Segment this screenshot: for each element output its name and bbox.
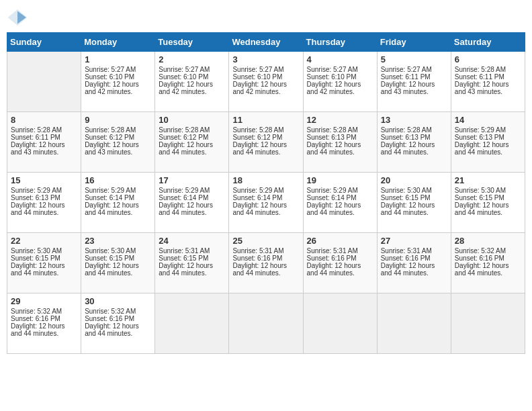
sunset-text: Sunset: 6:16 PM — [307, 255, 357, 262]
day-number: 6 — [455, 54, 521, 64]
week-row-1: 1Sunrise: 5:27 AMSunset: 6:10 PMDaylight… — [7, 52, 525, 112]
sunrise-text: Sunrise: 5:29 AM — [85, 187, 136, 194]
calendar-cell: 15Sunrise: 5:29 AMSunset: 6:13 PMDayligh… — [7, 173, 81, 233]
calendar-cell — [229, 293, 303, 354]
sunset-text: Sunset: 6:15 PM — [455, 194, 504, 201]
sunset-text: Sunset: 6:15 PM — [11, 255, 60, 262]
logo — [7, 7, 31, 28]
logo-icon — [7, 7, 28, 28]
daylight-text: Daylight: 12 hours and 44 minutes. — [381, 201, 435, 216]
daylight-text: Daylight: 12 hours and 43 minutes. — [381, 81, 435, 95]
calendar-cell: 10Sunrise: 5:28 AMSunset: 6:12 PMDayligh… — [155, 112, 229, 173]
week-row-5: 29Sunrise: 5:32 AMSunset: 6:16 PMDayligh… — [7, 293, 525, 354]
sunset-text: Sunset: 6:12 PM — [85, 134, 134, 141]
calendar-cell — [155, 293, 229, 354]
day-number: 10 — [159, 115, 225, 125]
daylight-text: Daylight: 12 hours and 44 minutes. — [381, 262, 435, 277]
calendar-cell: 21Sunrise: 5:30 AMSunset: 6:15 PMDayligh… — [451, 173, 525, 233]
day-number: 4 — [307, 54, 373, 64]
sunset-text: Sunset: 6:16 PM — [85, 315, 134, 322]
sunset-text: Sunset: 6:13 PM — [381, 134, 431, 141]
daylight-text: Daylight: 12 hours and 44 minutes. — [159, 141, 213, 156]
sunset-text: Sunset: 6:16 PM — [381, 255, 431, 262]
calendar-header-row: SundayMondayTuesdayWednesdayThursdayFrid… — [7, 33, 525, 52]
week-row-2: 8Sunrise: 5:28 AMSunset: 6:11 PMDaylight… — [7, 112, 525, 173]
page-header — [7, 7, 525, 28]
sunset-text: Sunset: 6:14 PM — [232, 194, 282, 201]
day-number: 9 — [85, 115, 151, 125]
sunrise-text: Sunrise: 5:30 AM — [11, 247, 62, 255]
daylight-text: Daylight: 12 hours and 42 minutes. — [85, 81, 139, 95]
daylight-text: Daylight: 12 hours and 43 minutes. — [455, 81, 509, 95]
daylight-text: Daylight: 12 hours and 44 minutes. — [11, 201, 65, 216]
day-number: 24 — [159, 236, 225, 246]
sunrise-text: Sunrise: 5:31 AM — [307, 247, 358, 255]
sunrise-text: Sunrise: 5:29 AM — [11, 187, 62, 194]
sunset-text: Sunset: 6:15 PM — [381, 194, 431, 201]
daylight-text: Daylight: 12 hours and 44 minutes. — [11, 262, 65, 277]
calendar-cell — [451, 293, 525, 354]
sunrise-text: Sunrise: 5:30 AM — [85, 247, 136, 255]
daylight-text: Daylight: 12 hours and 44 minutes. — [232, 262, 287, 277]
daylight-text: Daylight: 12 hours and 42 minutes. — [159, 81, 213, 95]
sunrise-text: Sunrise: 5:28 AM — [455, 66, 506, 73]
sunrise-text: Sunrise: 5:28 AM — [11, 126, 62, 134]
sunset-text: Sunset: 6:11 PM — [11, 134, 60, 141]
calendar-cell: 9Sunrise: 5:28 AMSunset: 6:12 PMDaylight… — [81, 112, 155, 173]
day-number: 3 — [232, 54, 299, 64]
header-day-sunday: Sunday — [7, 33, 81, 52]
calendar-cell: 1Sunrise: 5:27 AMSunset: 6:10 PMDaylight… — [81, 52, 155, 112]
calendar-cell: 4Sunrise: 5:27 AMSunset: 6:10 PMDaylight… — [303, 52, 377, 112]
day-number: 1 — [85, 54, 151, 64]
calendar-cell: 8Sunrise: 5:28 AMSunset: 6:11 PMDaylight… — [7, 112, 81, 173]
calendar-cell: 25Sunrise: 5:31 AMSunset: 6:16 PMDayligh… — [229, 233, 303, 293]
sunset-text: Sunset: 6:16 PM — [455, 255, 504, 262]
daylight-text: Daylight: 12 hours and 44 minutes. — [85, 201, 139, 216]
calendar-cell: 26Sunrise: 5:31 AMSunset: 6:16 PMDayligh… — [303, 233, 377, 293]
day-number: 16 — [85, 175, 151, 185]
calendar-cell: 19Sunrise: 5:29 AMSunset: 6:14 PMDayligh… — [303, 173, 377, 233]
sunset-text: Sunset: 6:10 PM — [159, 73, 208, 81]
daylight-text: Daylight: 12 hours and 44 minutes. — [307, 201, 361, 216]
daylight-text: Daylight: 12 hours and 44 minutes. — [232, 201, 287, 216]
daylight-text: Daylight: 12 hours and 44 minutes. — [455, 262, 509, 277]
day-number: 18 — [232, 175, 299, 185]
sunrise-text: Sunrise: 5:29 AM — [307, 187, 358, 194]
sunset-text: Sunset: 6:13 PM — [307, 134, 357, 141]
sunrise-text: Sunrise: 5:28 AM — [159, 126, 210, 134]
sunrise-text: Sunrise: 5:30 AM — [381, 187, 432, 194]
sunrise-text: Sunrise: 5:27 AM — [381, 66, 432, 73]
day-number: 5 — [381, 54, 447, 64]
sunrise-text: Sunrise: 5:29 AM — [159, 187, 210, 194]
calendar-cell: 28Sunrise: 5:32 AMSunset: 6:16 PMDayligh… — [451, 233, 525, 293]
daylight-text: Daylight: 12 hours and 44 minutes. — [232, 141, 287, 156]
sunrise-text: Sunrise: 5:28 AM — [381, 126, 432, 134]
calendar-cell: 23Sunrise: 5:30 AMSunset: 6:15 PMDayligh… — [81, 233, 155, 293]
day-number: 30 — [85, 296, 151, 306]
day-number: 13 — [381, 115, 447, 125]
calendar-cell — [303, 293, 377, 354]
sunset-text: Sunset: 6:11 PM — [455, 73, 504, 81]
day-number: 25 — [232, 236, 299, 246]
day-number: 21 — [455, 175, 521, 185]
daylight-text: Daylight: 12 hours and 44 minutes. — [455, 141, 509, 156]
sunset-text: Sunset: 6:15 PM — [159, 255, 208, 262]
calendar-cell: 27Sunrise: 5:31 AMSunset: 6:16 PMDayligh… — [377, 233, 451, 293]
sunset-text: Sunset: 6:14 PM — [159, 194, 208, 201]
calendar-cell: 12Sunrise: 5:28 AMSunset: 6:13 PMDayligh… — [303, 112, 377, 173]
sunset-text: Sunset: 6:16 PM — [232, 255, 282, 262]
sunset-text: Sunset: 6:12 PM — [232, 134, 282, 141]
sunrise-text: Sunrise: 5:31 AM — [232, 247, 283, 255]
calendar-cell: 16Sunrise: 5:29 AMSunset: 6:14 PMDayligh… — [81, 173, 155, 233]
sunrise-text: Sunrise: 5:27 AM — [307, 66, 358, 73]
calendar-cell: 17Sunrise: 5:29 AMSunset: 6:14 PMDayligh… — [155, 173, 229, 233]
daylight-text: Daylight: 12 hours and 44 minutes. — [381, 141, 435, 156]
sunrise-text: Sunrise: 5:30 AM — [455, 187, 506, 194]
day-number: 26 — [307, 236, 373, 246]
day-number: 8 — [11, 115, 77, 125]
day-number: 12 — [307, 115, 373, 125]
daylight-text: Daylight: 12 hours and 43 minutes. — [85, 141, 139, 156]
day-number: 19 — [307, 175, 373, 185]
header-day-tuesday: Tuesday — [155, 33, 229, 52]
sunset-text: Sunset: 6:14 PM — [307, 194, 357, 201]
